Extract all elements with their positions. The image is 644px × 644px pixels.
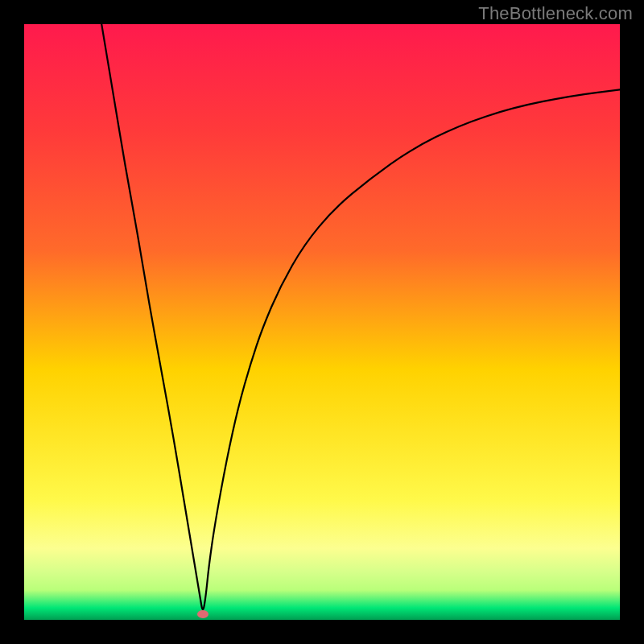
plot-area [24, 24, 620, 620]
chart-frame: TheBottleneck.com [0, 0, 644, 644]
watermark-text: TheBottleneck.com [478, 3, 633, 24]
bottleneck-curve [24, 24, 620, 620]
optimal-point-marker [197, 610, 208, 618]
